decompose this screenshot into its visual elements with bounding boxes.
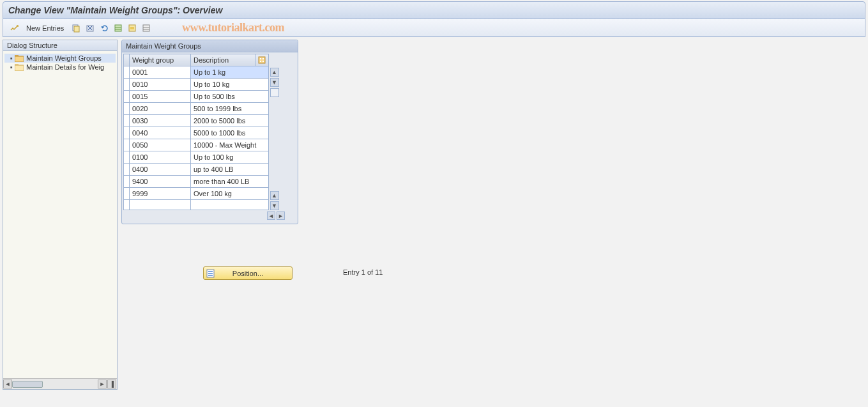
scroll-up-page-icon[interactable]: ▲: [270, 191, 279, 200]
row-selector[interactable]: [124, 127, 130, 139]
dialog-structure-heading: Dialog Structure: [3, 40, 117, 51]
cell-weight-group[interactable]: 0100: [130, 151, 191, 164]
svg-rect-17: [259, 57, 265, 63]
content-area: Maintain Weight Groups Weight group Desc…: [121, 40, 865, 390]
cell-description[interactable]: Up to 1 kg: [191, 66, 269, 79]
cell-weight-group[interactable]: 0020: [130, 103, 191, 115]
table-row[interactable]: 00405000 to 1000 lbs: [124, 127, 269, 139]
row-selector[interactable]: [124, 188, 130, 200]
row-selector[interactable]: [124, 115, 130, 127]
row-selector[interactable]: [124, 176, 130, 188]
tree-node-maintain-weight-groups[interactable]: ▪ Maintain Weight Groups: [4, 54, 116, 63]
svg-rect-19: [263, 58, 264, 59]
table-row[interactable]: 0020500 to 1999 lbs: [124, 103, 269, 115]
scroll-thumb[interactable]: [12, 381, 43, 388]
svg-rect-24: [208, 273, 213, 274]
scroll-left-icon[interactable]: ◄: [267, 211, 275, 220]
scroll-track[interactable]: [270, 88, 279, 97]
select-block-icon[interactable]: [126, 22, 138, 34]
svg-rect-1: [74, 26, 79, 32]
scroll-down-small-icon[interactable]: ▼: [270, 78, 279, 87]
row-selector[interactable]: [124, 91, 130, 103]
deselect-all-icon[interactable]: [141, 22, 152, 34]
svg-rect-10: [143, 25, 149, 31]
cell-weight-group[interactable]: 0001: [130, 66, 191, 79]
row-selector[interactable]: [124, 103, 130, 115]
table-row[interactable]: 00302000 to 5000 lbs: [124, 115, 269, 127]
copy-icon[interactable]: [70, 22, 82, 34]
row-selector[interactable]: [124, 139, 130, 151]
table-row[interactable]: 0400up to 400 LB: [124, 164, 269, 176]
cell-weight-group[interactable]: 9999: [130, 188, 191, 200]
table-row[interactable]: 0001Up to 1 kg: [124, 66, 269, 79]
svg-rect-23: [208, 271, 213, 272]
cell-weight-group[interactable]: 0400: [130, 164, 191, 176]
row-selector[interactable]: [124, 66, 130, 79]
grid-vertical-scrollbar[interactable]: ▲ ▼ ▲ ▼: [269, 68, 280, 210]
table-row[interactable]: 0010Up to 10 kg: [124, 79, 269, 91]
cell-weight-group[interactable]: 0040: [130, 127, 191, 139]
cell-description[interactable]: 10000 - Max Weight: [191, 139, 269, 151]
scroll-up-icon[interactable]: ▲: [270, 68, 279, 77]
new-entries-button[interactable]: New Entries: [22, 22, 68, 34]
table-row[interactable]: 9400more than 400 LB: [124, 176, 269, 188]
cell-description[interactable]: more than 400 LB: [191, 176, 269, 188]
header-select-all[interactable]: [124, 54, 130, 66]
row-selector[interactable]: [124, 151, 130, 164]
weight-groups-table: Weight group Description 0001Up to 1 kg0…: [123, 54, 269, 210]
cell-weight-group[interactable]: 0030: [130, 115, 191, 127]
cell-description[interactable]: Up to 100 kg: [191, 151, 269, 164]
table-row[interactable]: 0015Up to 500 lbs: [124, 91, 269, 103]
scroll-right-icon[interactable]: ►: [98, 380, 107, 388]
scroll-right-icon[interactable]: ►: [277, 211, 285, 220]
cell-weight-group[interactable]: [130, 200, 191, 210]
cell-weight-group[interactable]: 0015: [130, 91, 191, 103]
col-header-description[interactable]: Description: [191, 54, 255, 66]
page-title: Change View "Maintain Weight Groups": Ov…: [8, 5, 222, 15]
tree-label: Maintain Weight Groups: [26, 54, 102, 62]
folder-closed-icon: [15, 64, 24, 71]
row-selector[interactable]: [124, 164, 130, 176]
toolbar: New Entries www.tutorialkart.com: [3, 19, 865, 37]
dialog-structure-tree: ▪ Maintain Weight Groups ▪ Maintain Deta…: [3, 51, 117, 74]
folder-open-icon: [15, 55, 24, 62]
entry-status-text: Entry 1 of 11: [343, 268, 383, 276]
cell-description[interactable]: 2000 to 5000 lbs: [191, 115, 269, 127]
table-row[interactable]: 9999Over 100 kg: [124, 188, 269, 200]
undo-icon[interactable]: [98, 22, 110, 34]
grid-title: Maintain Weight Groups: [122, 40, 298, 52]
cell-description[interactable]: [191, 200, 269, 210]
grid-horizontal-scroll: ◄ ►: [122, 210, 298, 220]
table-config-icon[interactable]: [255, 54, 269, 66]
col-header-weight-group[interactable]: Weight group: [130, 54, 191, 66]
cell-weight-group[interactable]: 0010: [130, 79, 191, 91]
watermark-text: www.tutorialkart.com: [182, 21, 284, 35]
svg-rect-18: [260, 58, 261, 59]
toggle-display-icon[interactable]: [8, 22, 20, 34]
row-selector[interactable]: [124, 79, 130, 91]
cell-description[interactable]: Up to 10 kg: [191, 79, 269, 91]
cell-weight-group[interactable]: 0050: [130, 139, 191, 151]
cell-weight-group[interactable]: 9400: [130, 176, 191, 188]
tree-node-maintain-details[interactable]: ▪ Maintain Details for Weig: [4, 63, 116, 72]
sidebar-horizontal-scrollbar[interactable]: ◄ ► ▐: [3, 378, 117, 389]
cell-description[interactable]: Over 100 kg: [191, 188, 269, 200]
table-row[interactable]: 005010000 - Max Weight: [124, 139, 269, 151]
cell-description[interactable]: 500 to 1999 lbs: [191, 103, 269, 115]
scroll-down-icon[interactable]: ▼: [270, 201, 279, 210]
cell-description[interactable]: 5000 to 1000 lbs: [191, 127, 269, 139]
table-row[interactable]: 0100Up to 100 kg: [124, 151, 269, 164]
title-bar: Change View "Maintain Weight Groups": Ov…: [3, 1, 865, 19]
row-selector[interactable]: [124, 200, 130, 210]
scroll-end-icon[interactable]: ▐: [107, 380, 116, 388]
scroll-left-icon[interactable]: ◄: [3, 380, 12, 388]
tree-bullet-icon: ▪: [10, 54, 13, 62]
select-all-icon[interactable]: [112, 22, 124, 34]
cell-description[interactable]: up to 400 LB: [191, 164, 269, 176]
position-icon: [206, 268, 217, 279]
dialog-structure-panel: Dialog Structure ▪ Maintain Weight Group…: [3, 40, 118, 390]
position-button[interactable]: Position...: [203, 266, 293, 280]
cell-description[interactable]: Up to 500 lbs: [191, 91, 269, 103]
table-row[interactable]: [124, 200, 269, 210]
delete-icon[interactable]: [84, 22, 96, 34]
